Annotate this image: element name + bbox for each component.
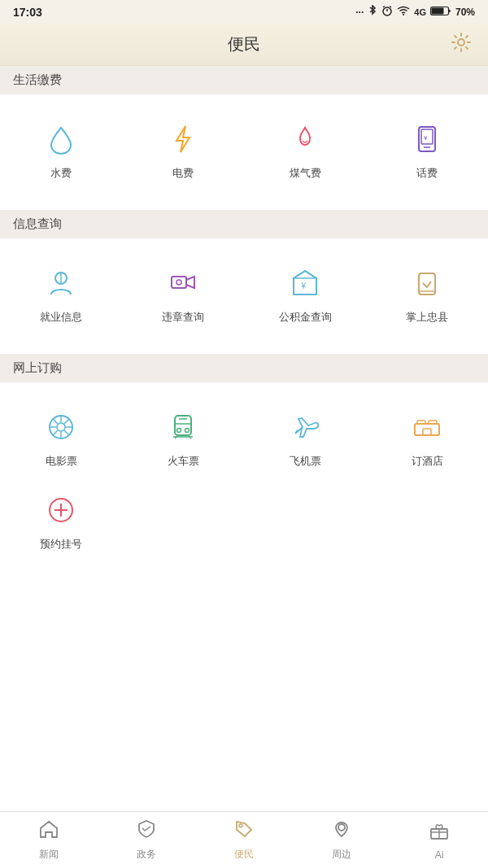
alarm-icon — [381, 5, 393, 19]
svg-line-27 — [64, 430, 70, 436]
svg-line-29 — [53, 430, 59, 436]
train-label: 火车票 — [168, 454, 199, 469]
home-tab-icon — [38, 818, 59, 844]
tag-tab-icon — [233, 818, 255, 844]
electric-icon — [163, 119, 203, 159]
svg-line-2 — [383, 7, 385, 8]
palm-label: 掌上忠县 — [406, 310, 448, 325]
fund-icon: ¥ — [285, 263, 325, 303]
tab-ai-label: Ai — [435, 849, 444, 861]
job-icon — [41, 263, 81, 303]
section-online-shop: 电影票 火车票 — [0, 382, 488, 581]
bottom-tabs: 新闻 政务 便民 周边 — [0, 811, 488, 868]
battery-icon — [430, 6, 451, 19]
svg-rect-38 — [415, 424, 439, 435]
violation-icon — [163, 263, 203, 303]
tab-news-label: 新闻 — [39, 848, 59, 861]
grid-item-fund[interactable]: ¥ 公积金查询 — [244, 255, 366, 338]
section-info-query-header: 信息查询 — [0, 210, 488, 238]
svg-rect-39 — [417, 421, 425, 424]
shield-tab-icon — [136, 818, 157, 844]
phone-label: 话费 — [416, 166, 438, 181]
appointment-label: 预约挂号 — [40, 537, 82, 552]
gift-tab-icon — [429, 820, 450, 846]
violation-label: 违章查询 — [162, 310, 204, 325]
svg-point-7 — [458, 39, 464, 46]
palm-icon — [407, 263, 447, 303]
location-tab-icon — [331, 818, 352, 844]
grid-item-hotel[interactable]: 订酒店 — [366, 399, 488, 482]
dots-icon: ··· — [355, 7, 364, 18]
grid-item-train[interactable]: 火车票 — [122, 399, 244, 482]
gas-icon — [285, 119, 325, 159]
bottom-spacer — [0, 581, 488, 630]
phone-bill-icon: ¥ — [407, 119, 447, 159]
grid-item-violation[interactable]: 违章查询 — [122, 255, 244, 338]
section-online-shop-header: 网上订购 — [0, 354, 488, 382]
status-time: 17:03 — [13, 6, 42, 19]
water-label: 水费 — [50, 166, 72, 181]
tab-convenient-label: 便民 — [234, 848, 254, 861]
signal-icon: 4G — [414, 7, 426, 17]
svg-marker-8 — [176, 126, 190, 152]
flight-label: 飞机票 — [290, 454, 321, 469]
svg-line-3 — [390, 7, 391, 8]
section-life-bills: 水费 电费 煤气费 — [0, 94, 488, 210]
grid-item-flight[interactable]: 飞机票 — [244, 399, 366, 482]
hotel-icon — [407, 407, 447, 447]
tab-ai[interactable]: Ai — [390, 812, 488, 868]
tab-gov-label: 政务 — [137, 848, 156, 861]
status-bar: 17:03 ··· 4G — [0, 0, 488, 24]
svg-line-26 — [53, 419, 59, 425]
grid-item-electric[interactable]: 电费 — [122, 111, 244, 194]
flight-icon — [285, 407, 325, 447]
svg-rect-40 — [429, 421, 437, 424]
fund-label: 公积金查询 — [279, 310, 332, 325]
train-icon — [163, 407, 203, 447]
online-shop-grid: 电影票 火车票 — [0, 399, 488, 565]
section-info-query: 就业信息 违章查询 ¥ — [0, 238, 488, 354]
header: 便民 — [0, 24, 488, 66]
battery-percent: 70% — [455, 7, 475, 18]
settings-icon[interactable] — [451, 32, 472, 58]
life-bills-grid: 水费 电费 煤气费 — [0, 111, 488, 194]
svg-text:¥: ¥ — [301, 281, 307, 290]
section-life-bills-header: 生活缴费 — [0, 66, 488, 94]
hotel-label: 订酒店 — [412, 454, 443, 469]
bluetooth-icon — [368, 5, 377, 19]
tab-nearby[interactable]: 周边 — [293, 812, 390, 868]
grid-item-phone[interactable]: ¥ 话费 — [366, 111, 488, 194]
grid-item-gas[interactable]: 煤气费 — [244, 111, 366, 194]
electric-label: 电费 — [172, 166, 194, 181]
appointment-icon — [41, 490, 81, 530]
water-icon — [41, 119, 81, 159]
tab-nearby-label: 周边 — [332, 848, 351, 861]
wifi-icon — [397, 6, 410, 18]
svg-point-46 — [239, 824, 242, 827]
svg-line-28 — [64, 419, 70, 425]
main-content: 生活缴费 水费 电费 — [0, 66, 488, 811]
svg-point-47 — [338, 824, 345, 831]
svg-rect-15 — [172, 277, 186, 288]
svg-point-4 — [403, 14, 404, 15]
gas-label: 煤气费 — [290, 166, 321, 181]
grid-item-water[interactable]: 水费 — [0, 111, 122, 194]
tab-convenient[interactable]: 便民 — [195, 812, 293, 868]
movie-label: 电影票 — [46, 454, 77, 469]
svg-point-32 — [177, 429, 181, 433]
tab-news[interactable]: 新闻 — [0, 812, 98, 868]
svg-rect-6 — [431, 7, 443, 14]
grid-item-appointment[interactable]: 预约挂号 — [0, 482, 122, 565]
grid-item-palm[interactable]: 掌上忠县 — [366, 255, 488, 338]
job-label: 就业信息 — [40, 310, 82, 325]
grid-item-job[interactable]: 就业信息 — [0, 255, 122, 338]
page-title: 便民 — [228, 33, 260, 55]
tab-gov[interactable]: 政务 — [98, 812, 195, 868]
info-query-grid: 就业信息 违章查询 ¥ — [0, 255, 488, 338]
status-icons: ··· 4G — [355, 5, 475, 19]
movie-icon — [41, 407, 81, 447]
svg-rect-42 — [423, 429, 431, 435]
svg-point-33 — [185, 429, 190, 433]
svg-point-16 — [176, 280, 181, 285]
grid-item-movie[interactable]: 电影票 — [0, 399, 122, 482]
